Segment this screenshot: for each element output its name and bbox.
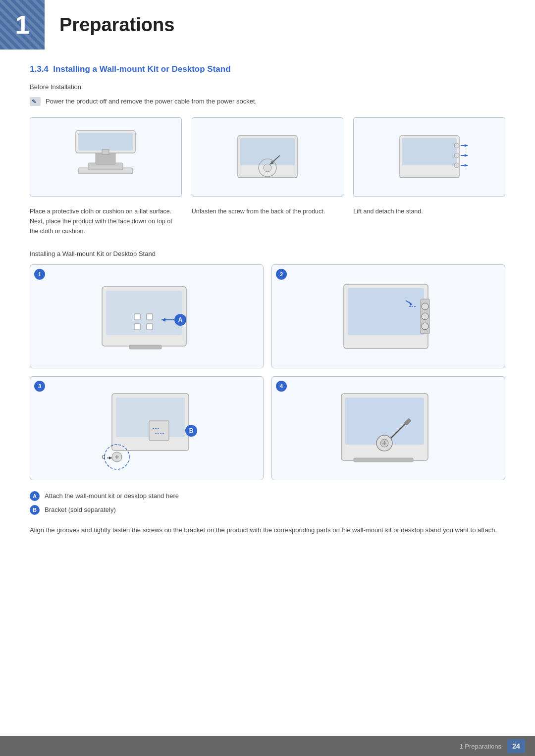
stand-image-1 <box>63 121 148 193</box>
legend-text-b: Bracket (sold separately) <box>45 506 116 513</box>
diagram-2 <box>329 272 448 361</box>
svg-marker-20 <box>465 144 468 147</box>
chapter-title: Preparations <box>59 14 174 36</box>
svg-rect-47 <box>149 421 169 441</box>
svg-rect-27 <box>134 314 140 320</box>
chapter-number-block: 1 <box>0 0 45 50</box>
diagram-cell-3: 3 B 0 <box>30 376 264 480</box>
legend-area: A Attach the wall-mount kit or desktop s… <box>30 491 505 515</box>
diagram-cell-2: 2 <box>271 264 505 368</box>
diagram-3: B 0 <box>87 384 206 473</box>
svg-text:A: A <box>178 316 183 323</box>
svg-rect-29 <box>134 324 140 330</box>
legend-item-a: A Attach the wall-mount kit or desktop s… <box>30 491 505 501</box>
content-area: 1.3.4 Installing a Wall-mount Kit or Des… <box>0 64 535 536</box>
svg-rect-35 <box>129 345 161 349</box>
image-box-2 <box>192 117 344 197</box>
step-badge-3: 3 <box>34 381 45 392</box>
svg-point-17 <box>454 153 459 158</box>
step-badge-4: 4 <box>276 381 287 392</box>
svg-point-41 <box>422 323 428 330</box>
step-badge-2: 2 <box>276 269 287 280</box>
svg-point-40 <box>422 313 428 320</box>
diagram-1: A <box>87 272 206 361</box>
svg-marker-24 <box>465 164 468 167</box>
svg-point-16 <box>454 143 459 148</box>
caption-row: Place a protective cloth or cushion on a… <box>30 206 505 236</box>
svg-rect-28 <box>147 314 153 320</box>
svg-rect-26 <box>106 291 182 335</box>
svg-rect-30 <box>147 324 153 330</box>
footer-section-text: 1 Preparations <box>459 743 501 750</box>
caption-1: Place a protective cloth or cushion on a… <box>30 206 182 236</box>
svg-point-18 <box>454 163 459 168</box>
section-title: 1.3.4 Installing a Wall-mount Kit or Des… <box>30 64 505 74</box>
svg-text:B: B <box>189 427 194 434</box>
image-box-1 <box>30 117 182 197</box>
svg-rect-61 <box>354 458 413 462</box>
svg-text:✎: ✎ <box>32 99 36 104</box>
svg-point-11 <box>264 164 271 172</box>
note-text: Power the product off and remove the pow… <box>46 97 257 106</box>
stand-image-3 <box>387 121 472 193</box>
legend-text-a: Attach the wall-mount kit or desktop sta… <box>45 492 179 500</box>
legend-badge-a: A <box>30 491 40 501</box>
caption-3: Lift and detach the stand. <box>353 206 505 236</box>
align-text: Align the grooves and tightly fasten the… <box>30 525 505 536</box>
stripe-decoration <box>0 0 45 50</box>
svg-rect-37 <box>348 288 424 335</box>
page-header: 1 Preparations <box>0 0 535 50</box>
image-box-3 <box>353 117 505 197</box>
diagram-cell-4: 4 <box>271 376 505 480</box>
svg-marker-22 <box>465 154 468 157</box>
diagram-grid: 1 A 2 <box>30 264 505 480</box>
footer-page-number: 24 <box>507 739 525 753</box>
svg-text:0: 0 <box>102 454 105 460</box>
note-row: ✎ Power the product off and remove the p… <box>30 97 505 106</box>
diagram-4 <box>329 384 448 473</box>
caption-2: Unfasten the screw from the back of the … <box>192 206 344 236</box>
diagram-cell-1: 1 A <box>30 264 264 368</box>
before-installation-label: Before Installation <box>30 83 505 91</box>
chapter-title-area: Preparations <box>45 0 189 50</box>
step-images-row <box>30 117 505 197</box>
svg-marker-56 <box>109 456 112 459</box>
svg-rect-15 <box>402 138 457 165</box>
svg-rect-7 <box>102 150 109 154</box>
step-badge-1: 1 <box>34 269 45 280</box>
stand-image-2 <box>225 121 310 193</box>
legend-item-b: B Bracket (sold separately) <box>30 505 505 515</box>
svg-point-39 <box>422 303 428 310</box>
svg-rect-6 <box>78 133 133 151</box>
installing-label: Installing a Wall-mount Kit or Desktop S… <box>30 250 505 257</box>
legend-badge-b: B <box>30 505 40 515</box>
svg-rect-9 <box>240 138 295 165</box>
page-footer: 1 Preparations 24 <box>0 736 535 756</box>
note-icon: ✎ <box>30 97 41 106</box>
